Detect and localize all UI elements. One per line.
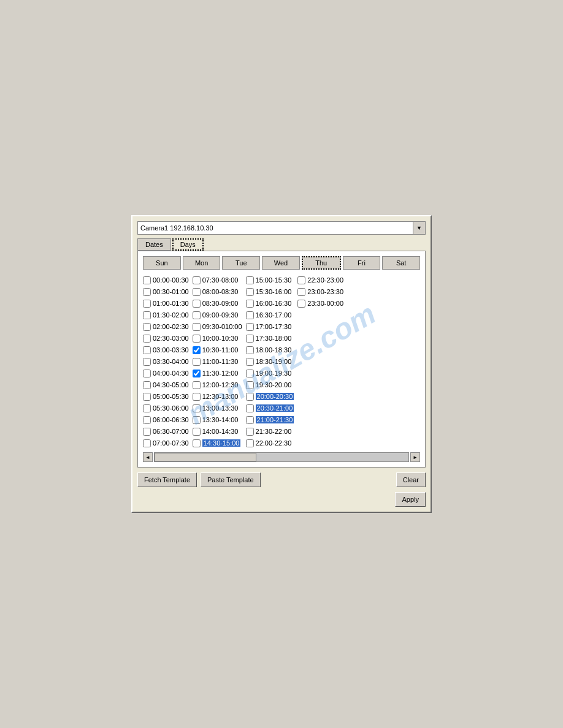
dropdown-arrow-btn[interactable]: ▼	[413, 221, 426, 235]
list-item: 21:00-21:30	[246, 414, 294, 425]
list-item: 20:30-21:00	[246, 403, 294, 414]
checkbox-1400-1430[interactable]	[193, 428, 201, 436]
list-item: 02:00-02:30	[143, 321, 189, 332]
checkbox-1900-1930[interactable]	[246, 370, 254, 377]
apply-row: Apply	[137, 492, 426, 507]
checkbox-1130-1200[interactable]	[193, 370, 201, 377]
list-item: 10:00-10:30	[193, 333, 242, 344]
list-item: 04:30-05:00	[143, 379, 189, 390]
checkbox-2200-2230[interactable]	[246, 439, 254, 447]
checkbox-1530-1600[interactable]	[246, 288, 254, 296]
checkbox-1100-1130[interactable]	[193, 358, 201, 366]
checkbox-0630-0700[interactable]	[143, 428, 151, 436]
checkbox-0430-0500[interactable]	[143, 381, 151, 389]
checkbox-0200-0230[interactable]	[143, 323, 151, 331]
checkbox-1300-1330[interactable]	[193, 404, 201, 412]
checkbox-1500-1530[interactable]	[246, 276, 254, 284]
checkbox-1930-2000[interactable]	[246, 381, 254, 389]
scroll-left-btn[interactable]: ◄	[143, 452, 153, 462]
checkbox-0500-0530[interactable]	[143, 393, 151, 401]
checkbox-0230-0300[interactable]	[143, 335, 151, 343]
checkbox-2000-2030[interactable]	[246, 393, 254, 401]
fetch-template-button[interactable]: Fetch Template	[137, 472, 197, 487]
list-item: 21:30-22:00	[246, 426, 294, 437]
checkbox-1430-1500[interactable]	[193, 439, 201, 447]
checkbox-0030-0100[interactable]	[143, 288, 151, 296]
scrollbar-track[interactable]	[154, 452, 409, 462]
list-item: 05:30-06:00	[143, 403, 189, 414]
checkbox-0100-0130[interactable]	[143, 300, 151, 308]
day-wed-btn[interactable]: Wed	[262, 256, 300, 270]
checkbox-0930-1000[interactable]	[193, 323, 201, 331]
checkbox-1030-1100[interactable]	[193, 346, 201, 354]
checkbox-0730-0800[interactable]	[193, 276, 201, 284]
checkbox-0300-0330[interactable]	[143, 346, 151, 354]
checkbox-1800-1830[interactable]	[246, 346, 254, 354]
list-item: 03:30-04:00	[143, 356, 189, 367]
checkbox-2030-2100[interactable]	[246, 404, 254, 412]
checkbox-1600-1630[interactable]	[246, 300, 254, 308]
checkbox-0800-0830[interactable]	[193, 288, 201, 296]
checkbox-0830-0900[interactable]	[193, 300, 201, 308]
list-item: 22:30-23:00	[297, 275, 343, 286]
list-item: 11:00-11:30	[193, 356, 242, 367]
checkbox-1630-1700[interactable]	[246, 311, 254, 319]
apply-button[interactable]: Apply	[395, 492, 426, 507]
list-item: 13:00-13:30	[193, 403, 242, 414]
checkbox-1200-1230[interactable]	[193, 381, 201, 389]
paste-template-button[interactable]: Paste Template	[201, 472, 261, 487]
content-area: Sun Mon Tue Wed Thu Fri Sat 00:00-00:30 …	[137, 251, 426, 468]
checkbox-0700-0730[interactable]	[143, 439, 151, 447]
checkbox-2300-2330[interactable]	[297, 288, 305, 296]
checkbox-1230-1300[interactable]	[193, 393, 201, 401]
list-item: 17:30-18:00	[246, 333, 294, 344]
checkbox-0530-0600[interactable]	[143, 404, 151, 412]
checkbox-2230-2300[interactable]	[297, 276, 305, 284]
list-item: 09:00-09:30	[193, 309, 242, 320]
checkbox-0000-0030[interactable]	[143, 276, 151, 284]
checkbox-1000-1030[interactable]	[193, 335, 201, 343]
list-item: 19:30-20:00	[246, 379, 294, 390]
checkbox-2330-0000[interactable]	[297, 300, 305, 308]
checkbox-0330-0400[interactable]	[143, 358, 151, 366]
list-item: 01:30-02:00	[143, 309, 189, 320]
day-tue-btn[interactable]: Tue	[222, 256, 260, 270]
list-item: 18:00-18:30	[246, 344, 294, 355]
scrollbar-row: ◄ ►	[143, 452, 420, 462]
scroll-right-btn[interactable]: ►	[410, 452, 420, 462]
scrollbar-thumb[interactable]	[155, 453, 256, 461]
list-item: 13:30-14:00	[193, 414, 242, 425]
list-item: 01:00-01:30	[143, 298, 189, 309]
clear-button[interactable]: Clear	[396, 472, 426, 487]
tab-dates[interactable]: Dates	[137, 238, 171, 251]
list-item: 12:00-12:30	[193, 379, 242, 390]
checkbox-0900-0930[interactable]	[193, 311, 201, 319]
days-header: Sun Mon Tue Wed Thu Fri Sat	[143, 256, 420, 270]
checkbox-2130-2200[interactable]	[246, 428, 254, 436]
list-item: 10:30-11:00	[193, 344, 242, 355]
day-sat-btn[interactable]: Sat	[382, 256, 420, 270]
list-item: 11:30-12:00	[193, 368, 242, 379]
list-item: 04:00-04:30	[143, 368, 189, 379]
day-thu-btn[interactable]: Thu	[302, 256, 341, 270]
tab-days[interactable]: Days	[172, 238, 204, 251]
checkbox-1730-1800[interactable]	[246, 335, 254, 343]
checkbox-0400-0430[interactable]	[143, 370, 151, 377]
checkbox-0130-0200[interactable]	[143, 311, 151, 319]
checkbox-2100-2130[interactable]	[246, 416, 254, 424]
checkbox-0600-0630[interactable]	[143, 416, 151, 424]
day-sun-btn[interactable]: Sun	[143, 256, 181, 270]
list-item: 15:00-15:30	[246, 275, 294, 286]
list-item: 19:00-19:30	[246, 368, 294, 379]
list-item: 03:00-03:30	[143, 344, 189, 355]
list-item: 00:00-00:30	[143, 275, 189, 286]
checkbox-1830-1900[interactable]	[246, 358, 254, 366]
camera-dropdown[interactable]: Camera1 192.168.10.30	[137, 221, 413, 235]
list-item: 20:00-20:30	[246, 391, 294, 402]
camera-row: Camera1 192.168.10.30 ▼	[137, 221, 426, 235]
day-mon-btn[interactable]: Mon	[183, 256, 221, 270]
checkbox-1330-1400[interactable]	[193, 416, 201, 424]
list-item: 23:30-00:00	[297, 298, 343, 309]
day-fri-btn[interactable]: Fri	[343, 256, 381, 270]
checkbox-1700-1730[interactable]	[246, 323, 254, 331]
